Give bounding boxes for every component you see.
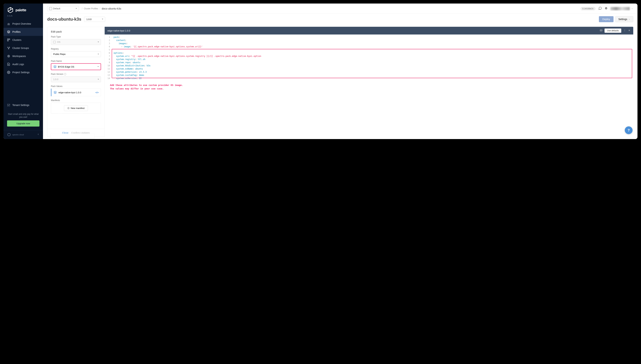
chart-icon — [7, 22, 10, 25]
main-content: Default / Cluster Profiles / docs-ubuntu… — [43, 4, 637, 139]
panel-shadow-strip — [51, 134, 94, 138]
settings-button[interactable]: Settings — [615, 16, 633, 22]
chevron-down-icon — [628, 18, 630, 20]
sidebar-item-clusters[interactable]: Clusters — [4, 36, 43, 44]
chevron-down-icon — [631, 8, 633, 10]
breadcrumb: / Cluster Profiles / docs-ubuntu-k3s — [82, 7, 121, 10]
layers-icon — [53, 65, 57, 68]
brand-name: palette — [16, 8, 26, 12]
page-header: docs-ubuntu-k3s 1.0.0 Deploy Settings — [43, 14, 637, 25]
svg-point-9 — [8, 72, 9, 73]
pack-version-select[interactable]: 1.0.0 — [51, 76, 101, 82]
chat-icon[interactable] — [598, 6, 602, 11]
code-panel-header: edge-native-byoi 1.0.0 Use defaults — [105, 27, 633, 34]
svg-point-4 — [9, 47, 10, 48]
logo: palette — [4, 4, 43, 15]
close-icon[interactable] — [628, 29, 630, 32]
sidebar-item-tenant-settings[interactable]: Tenant Settings — [4, 101, 43, 109]
registry-select[interactable]: Public Repo — [51, 51, 101, 57]
user-menu[interactable] — [610, 7, 633, 10]
pack-values-label: Pack Values — [51, 85, 101, 88]
chevron-left-icon — [37, 133, 40, 136]
collapse-sidebar-button[interactable] — [37, 133, 40, 136]
sliders-icon — [7, 104, 10, 107]
user-name-blurred — [610, 7, 630, 10]
svg-point-7 — [8, 56, 9, 57]
version-text: 3.4.25 — [4, 15, 43, 20]
code-toggle-icon[interactable]: </> — [95, 91, 99, 94]
promo-text: Start small and only pay for what you us… — [7, 113, 40, 119]
star-icon[interactable] — [605, 7, 607, 10]
pack-name-select[interactable]: BYOS Edge OS — [51, 63, 101, 70]
file-search-icon — [7, 63, 10, 66]
sidebar-item-profiles[interactable]: Profiles — [4, 28, 43, 36]
annotation-text: Add these attributes to use custom provi… — [105, 81, 633, 93]
code-panel-title: edge-native-byoi 1.0.0 — [108, 30, 130, 32]
pack-type-select[interactable]: OS — [51, 39, 101, 45]
breadcrumb-current: docs-ubuntu-k3s — [102, 7, 121, 10]
deploy-button[interactable]: Deploy — [599, 16, 614, 22]
sidebar: palette 3.4.25 Project Overview Profiles… — [4, 4, 43, 139]
svg-rect-2 — [8, 40, 8, 41]
more-menu-icon[interactable] — [623, 29, 626, 32]
company-name: spectro cloud — [12, 134, 36, 136]
os-icon — [53, 41, 56, 43]
pack-name-label: Pack Name — [51, 60, 101, 62]
page-title: docs-ubuntu-k3s — [47, 17, 81, 22]
sidebar-item-workspaces[interactable]: Workspaces — [4, 52, 43, 60]
registry-label: Registry — [51, 48, 101, 50]
edit-panel-title: Edit pack — [47, 27, 105, 36]
layers-icon — [7, 30, 10, 34]
svg-point-14 — [625, 30, 625, 31]
manifests-dropzone: New manifest — [51, 102, 101, 114]
code-panel: edge-native-byoi 1.0.0 Use defaults — [105, 27, 633, 137]
credits-badge: 0.14/100kCh — [580, 7, 595, 10]
scope-select[interactable]: Default — [47, 6, 79, 11]
use-defaults-button[interactable]: Use defaults — [604, 28, 621, 33]
svg-rect-1 — [9, 39, 10, 40]
svg-point-3 — [8, 47, 8, 48]
sidebar-item-cluster-groups[interactable]: Cluster Groups — [4, 44, 43, 52]
share-icon — [7, 46, 10, 50]
sidebar-item-audit-logs[interactable]: Audit Logs — [4, 60, 43, 68]
expand-icon[interactable] — [600, 29, 602, 32]
grid-icon — [7, 38, 10, 42]
topbar: Default / Cluster Profiles / docs-ubuntu… — [43, 4, 637, 14]
svg-point-8 — [8, 64, 9, 65]
layers-icon — [54, 91, 57, 94]
edit-pack-panel: Edit pack Pack Type OS Registry Public R… — [47, 27, 105, 137]
svg-point-5 — [9, 48, 9, 49]
svg-point-15 — [625, 31, 625, 31]
line-gutter: 1234567891011121314 — [105, 34, 112, 81]
code-editor[interactable]: 1234567891011121314 pack: content: image… — [105, 34, 633, 137]
plus-circle-icon — [67, 107, 70, 109]
sidebar-nav: Project Overview Profiles Clusters Clust… — [4, 20, 43, 101]
version-select[interactable]: 1.0.0 — [84, 17, 105, 22]
upgrade-button[interactable]: Upgrade now — [7, 120, 40, 126]
manifests-label: Manifests — [51, 99, 101, 102]
svg-point-6 — [8, 55, 10, 57]
help-fab[interactable]: ? — [625, 126, 632, 134]
code-content[interactable]: pack: content: images: - image: '{{.spec… — [112, 34, 633, 81]
info-icon[interactable]: i — [64, 73, 66, 75]
company-logo-icon — [7, 133, 11, 136]
palette-logo-icon — [7, 7, 14, 14]
svg-point-13 — [625, 30, 625, 30]
target-icon — [7, 54, 10, 58]
pack-type-label: Pack Type — [51, 36, 101, 38]
sidebar-item-project-overview[interactable]: Project Overview — [4, 20, 43, 28]
gear-icon — [7, 71, 10, 74]
svg-rect-0 — [8, 39, 8, 40]
pack-version-label: Pack Version i — [51, 73, 101, 75]
sidebar-item-project-settings[interactable]: Project Settings — [4, 68, 43, 76]
pack-values-item[interactable]: edge-native-byoi 1.0.0 </> — [51, 88, 101, 96]
breadcrumb-cluster-profiles[interactable]: Cluster Profiles — [84, 8, 98, 10]
new-manifest-button[interactable]: New manifest — [64, 105, 88, 111]
